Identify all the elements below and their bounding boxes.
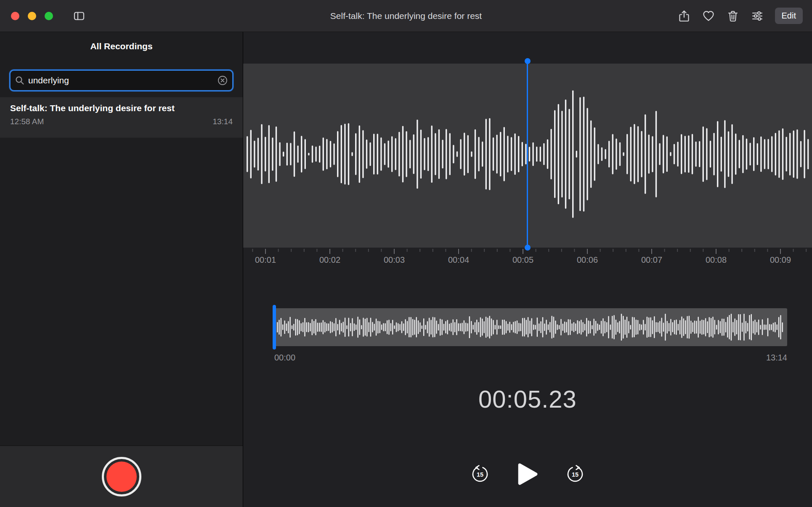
recording-duration: 13:14	[212, 117, 233, 126]
favorite-button[interactable]	[702, 9, 715, 23]
record-button[interactable]	[102, 457, 141, 496]
playback-settings-button[interactable]	[751, 9, 764, 23]
record-bar	[0, 446, 243, 507]
overview-end-time: 13:14	[766, 353, 787, 363]
ruler-label: 00:02	[311, 255, 349, 265]
share-icon	[677, 9, 691, 23]
timeline-ruler: 00:01 00:02 00:03 00:04 00:05 00:06 00:0…	[243, 255, 812, 266]
overview-scrubber[interactable]	[274, 308, 787, 346]
skip-back-15-icon: 15	[470, 464, 490, 484]
heart-icon	[702, 9, 715, 23]
zoom-window-button[interactable]	[45, 12, 53, 20]
skip-forward-15-icon: 15	[565, 464, 585, 484]
ruler-label: 00:07	[633, 255, 671, 265]
ruler-label: 00:06	[568, 255, 606, 265]
sliders-icon	[751, 9, 764, 23]
sidebar: All Recordings Self-talk: The underlying…	[0, 32, 243, 507]
titlebar: Self-talk: The underlying desire for res…	[0, 0, 812, 32]
ruler-label: 00:03	[375, 255, 413, 265]
player-area: 00:01 00:02 00:03 00:04 00:05 00:06 00:0…	[243, 32, 812, 507]
trash-icon	[726, 9, 740, 23]
skip-back-15-button[interactable]: 15	[470, 464, 490, 484]
playhead-top-handle[interactable]	[525, 58, 531, 64]
playhead-bottom-handle[interactable]	[525, 245, 531, 251]
svg-text:15: 15	[572, 471, 578, 478]
share-button[interactable]	[677, 9, 691, 23]
overview-start-time: 00:00	[274, 353, 295, 363]
close-window-button[interactable]	[11, 12, 19, 20]
recording-time: 12:58 AM	[10, 117, 44, 126]
delete-button[interactable]	[726, 9, 740, 23]
sidebar-toggle-button[interactable]	[72, 9, 86, 23]
window-controls	[11, 12, 53, 20]
minimize-window-button[interactable]	[28, 12, 36, 20]
recording-list-item[interactable]: Self-talk: The underlying desire for res…	[0, 97, 243, 138]
search-field[interactable]	[9, 69, 234, 91]
play-button[interactable]	[516, 462, 539, 486]
playhead[interactable]	[527, 61, 528, 248]
search-input[interactable]	[28, 75, 217, 85]
svg-text:15: 15	[477, 471, 483, 478]
playback-controls: 15 15	[243, 462, 812, 486]
skip-forward-15-button[interactable]: 15	[565, 464, 585, 484]
overview-playhead-handle[interactable]	[273, 305, 276, 350]
ruler-label: 00:04	[440, 255, 478, 265]
waveform-overview	[274, 308, 787, 346]
record-icon	[106, 462, 137, 492]
ruler-label: 00:09	[762, 255, 799, 265]
sidebar-toggle-icon	[72, 9, 86, 23]
recording-title: Self-talk: The underlying desire for res…	[10, 103, 233, 113]
search-icon	[15, 75, 25, 85]
play-icon	[516, 462, 539, 486]
current-time-display: 00:05.23	[243, 385, 812, 413]
sidebar-title: All Recordings	[0, 41, 243, 51]
ruler-label: 00:08	[697, 255, 735, 265]
ruler-label: 00:01	[247, 255, 284, 265]
overview-labels: 00:00 13:14	[274, 353, 787, 363]
edit-button[interactable]: Edit	[775, 8, 803, 24]
ruler-label: 00:05	[504, 255, 542, 265]
clear-search-icon[interactable]	[217, 75, 228, 86]
